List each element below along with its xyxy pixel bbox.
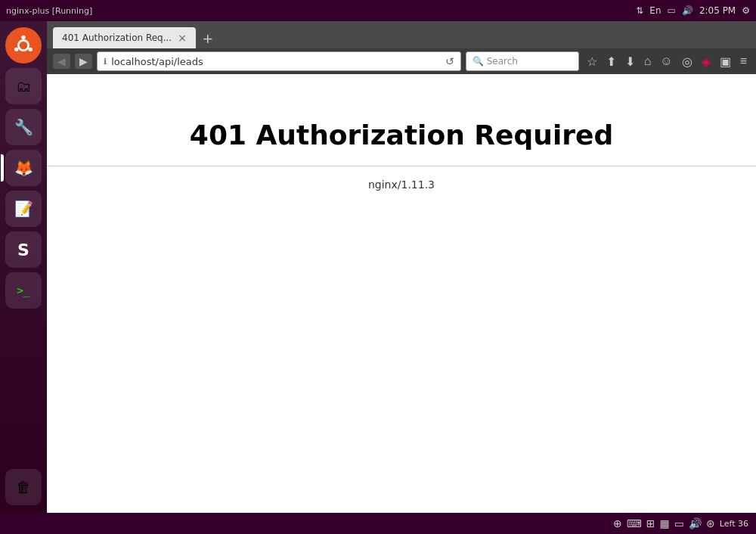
svg-point-4 xyxy=(14,48,18,51)
brand-button[interactable]: ◈ xyxy=(699,53,714,70)
browser-toolbar: ◀ ▶ ℹ localhost/api/leads ↺ 🔍 Search ☆ ⬆… xyxy=(47,48,756,74)
sidebar-item-files[interactable]: 🗂 xyxy=(5,68,42,104)
page-content: 401 Authorization Required nginx/1.11.3 xyxy=(47,74,756,513)
screenshot-button[interactable]: ▣ xyxy=(717,53,734,70)
trash-icon: 🗑 xyxy=(16,478,31,496)
svg-point-2 xyxy=(21,36,25,39)
reload-button[interactable]: ↺ xyxy=(445,55,454,67)
pocket-button[interactable]: ◎ xyxy=(679,53,696,70)
back-button[interactable]: ◀ xyxy=(53,54,70,69)
error-heading: 401 Authorization Required xyxy=(190,120,613,151)
tab-close-button[interactable]: × xyxy=(178,33,187,43)
terminal-icon: >_ xyxy=(17,284,30,296)
volume-icon: 🔊 xyxy=(682,5,693,16)
forward-button[interactable]: ▶ xyxy=(75,54,92,69)
svg-point-3 xyxy=(29,48,33,51)
settings-icon: 🔧 xyxy=(14,118,33,136)
browser-tab[interactable]: 401 Authorization Req... × xyxy=(53,27,196,48)
sidebar-item-trash[interactable]: 🗑 xyxy=(5,469,42,505)
new-tab-button[interactable]: + xyxy=(197,27,218,48)
unity-sidebar: 🗂 🔧 🦊 📝 S >_ 🗑 xyxy=(0,21,47,513)
shield-icon: ⊛ xyxy=(706,517,715,529)
bottom-right-text: Left 36 xyxy=(720,519,748,529)
bottom-taskbar: ⊕ ⌨ ⊞ ▦ ▭ 🔊 ⊛ Left 36 xyxy=(0,513,756,534)
search-icon: 🔍 xyxy=(472,56,484,67)
sidebar-item-terminal[interactable]: >_ xyxy=(5,272,42,309)
settings-icon: ⚙ xyxy=(742,5,750,16)
home-button[interactable]: ⌂ xyxy=(641,53,655,70)
sidebar-item-firefox[interactable]: 🦊 xyxy=(5,150,42,186)
clock: 2:05 PM xyxy=(699,5,736,16)
sublime-icon: S xyxy=(17,241,29,259)
menu-button[interactable]: ≡ xyxy=(737,53,750,70)
tab-bar: 401 Authorization Req... × + xyxy=(47,21,756,48)
server-signature: nginx/1.11.3 xyxy=(368,179,435,191)
smiley-button[interactable]: ☺ xyxy=(657,53,675,70)
download-button[interactable]: ⬇ xyxy=(622,53,638,70)
info-icon: ℹ xyxy=(104,57,107,67)
network2-icon: ⊞ xyxy=(646,517,655,529)
search-bar[interactable]: 🔍 Search xyxy=(466,51,579,71)
bluetooth-icon: ⌨ xyxy=(627,517,642,529)
sidebar-item-ubuntu[interactable] xyxy=(5,27,42,64)
browser-window: 401 Authorization Req... × + ◀ ▶ ℹ local… xyxy=(47,21,756,513)
battery2-icon: ▭ xyxy=(674,517,684,529)
tab-title: 401 Authorization Req... xyxy=(62,33,172,43)
url-bar[interactable]: ℹ localhost/api/leads ↺ xyxy=(97,51,461,71)
editor-icon: 📝 xyxy=(14,200,33,218)
window-title: nginx-plus [Running] xyxy=(6,6,92,16)
search-placeholder: Search xyxy=(487,56,518,67)
wifi-icon: ⊕ xyxy=(613,517,622,529)
url-text: localhost/api/leads xyxy=(111,56,441,67)
share-button[interactable]: ⬆ xyxy=(603,53,619,70)
firefox-icon: 🦊 xyxy=(14,159,33,177)
keyboard-layout: En xyxy=(649,5,661,16)
page-divider xyxy=(47,166,756,166)
system-tray: ⇅ En ▭ 🔊 2:05 PM ⚙ xyxy=(636,5,750,16)
toolbar-icons: ☆ ⬆ ⬇ ⌂ ☺ ◎ ◈ ▣ ≡ xyxy=(584,53,750,70)
sidebar-item-editor[interactable]: 📝 xyxy=(5,191,42,227)
sidebar-item-settings[interactable]: 🔧 xyxy=(5,109,42,145)
sound-icon: 🔊 xyxy=(689,517,702,529)
system-bar: nginx-plus [Running] ⇅ En ▭ 🔊 2:05 PM ⚙ xyxy=(0,0,756,21)
bookmark-button[interactable]: ☆ xyxy=(584,53,600,70)
apps-icon: ▦ xyxy=(660,517,670,529)
sidebar-item-sublime[interactable]: S xyxy=(5,231,42,268)
files-icon: 🗂 xyxy=(16,77,31,95)
battery-icon: ▭ xyxy=(668,5,676,16)
network-icon: ⇅ xyxy=(636,5,643,16)
